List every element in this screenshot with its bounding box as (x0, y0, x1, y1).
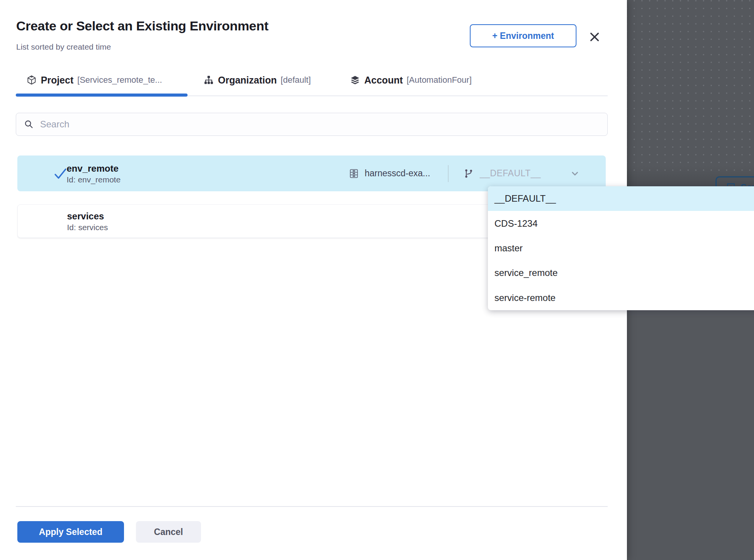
branch-option-cds-1234[interactable]: CDS-1234 (488, 211, 754, 236)
environment-id: Id: services (67, 222, 108, 232)
environment-name: services (67, 211, 108, 221)
search-icon (24, 119, 34, 129)
canvas-dot-grid (627, 0, 754, 174)
repo-icon (349, 168, 359, 179)
tab-project[interactable]: Project [Services_remote_te... (26, 73, 162, 87)
tab-organization-scope: [default] (281, 75, 311, 85)
tab-organization[interactable]: Organization [default] (203, 73, 311, 87)
tab-account-label: Account (364, 75, 403, 86)
branch-option-default[interactable]: __DEFAULT__ (488, 186, 754, 211)
apply-selected-button[interactable]: Apply Selected (17, 521, 124, 543)
chevron-down-icon[interactable] (570, 168, 580, 179)
tab-project-scope: [Services_remote_te... (77, 75, 162, 85)
search-box (16, 113, 608, 136)
check-icon (53, 166, 68, 181)
tab-account[interactable]: Account [AutomationFour] (350, 73, 472, 87)
active-tab-underline (16, 94, 188, 97)
cancel-button[interactable]: Cancel (136, 521, 201, 543)
branch-option-service-underscore-remote[interactable]: service_remote (488, 261, 754, 285)
branch-dropdown-menu: __DEFAULT__ CDS-1234 master service_remo… (488, 186, 754, 310)
new-environment-button[interactable]: + Environment (470, 24, 576, 47)
footer-divider (16, 506, 608, 507)
repo-name: harnesscd-exa... (365, 168, 430, 179)
branch-option-service-dash-remote[interactable]: service-remote (488, 286, 754, 310)
org-icon (203, 75, 214, 85)
branch-select-value[interactable]: __DEFAULT__ (480, 168, 541, 179)
branch-option-master[interactable]: master (488, 236, 754, 261)
tab-account-scope: [AutomationFour] (407, 75, 472, 85)
cube-icon (26, 75, 37, 85)
meta-divider (448, 165, 449, 182)
layers-icon (350, 75, 360, 85)
tab-organization-label: Organization (218, 75, 277, 86)
close-icon[interactable] (588, 30, 602, 44)
git-branch-icon (463, 168, 474, 179)
modal-title: Create or Select an Existing Environment (16, 18, 268, 33)
environment-id: Id: env_remote (67, 175, 121, 184)
environment-name: env_remote (67, 163, 121, 174)
screen: Save Create or Select an Existing Enviro… (0, 0, 754, 560)
search-input[interactable] (40, 119, 607, 130)
tab-project-label: Project (41, 75, 74, 86)
modal-subtitle: List sorted by created time (16, 42, 111, 52)
